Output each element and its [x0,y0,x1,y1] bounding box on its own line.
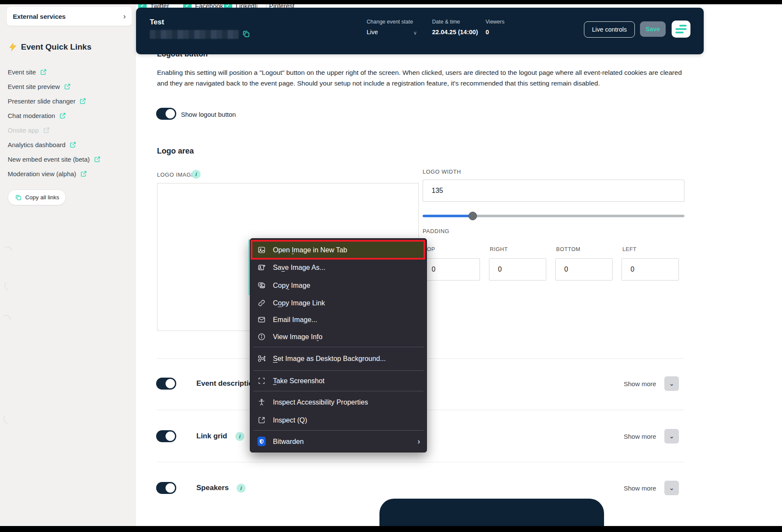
sidebar-item-analytics-dashboard[interactable]: Analytics dashboard [8,140,77,149]
sidebar-item-label: Chat moderation [8,112,55,119]
link-icon [258,299,266,307]
divider [157,462,684,462]
show-more-label: Show more [624,433,656,440]
menu-lines-button[interactable] [672,21,690,38]
app-window: ✓ Twitter ✓ Facebook ✓ LinkedIn Pinteres… [0,0,782,532]
show-more-label: Show more [624,485,656,492]
menu-item-view-image-info[interactable]: View Image Info [250,328,427,345]
link-grid-toggle[interactable] [156,430,176,442]
menu-separator [253,391,424,391]
save-label: Save [646,26,660,33]
show-more-label: Show more [624,380,656,387]
sidebar-item-onsite-app: Onsite app [8,125,50,135]
event-state-value[interactable]: Live [367,29,378,35]
padding-bottom-label: BOTTOM [556,246,581,252]
show-more-button[interactable]: ⌄ [664,481,679,495]
show-more-button[interactable]: ⌄ [664,429,679,443]
logout-section-description: Enabling this setting will position a "L… [157,68,685,89]
menu-item-copy-image[interactable]: Copy Image [250,277,427,294]
menu-separator [253,370,424,371]
quick-links-heading: Event Quick Links [9,42,92,52]
date-time-label: Date & time [432,19,460,25]
external-link-icon [59,112,66,119]
chevron-down-icon[interactable]: ∨ [413,30,417,36]
menu-item-inspect[interactable]: Inspect (Q) [250,411,427,429]
padding-bottom-input[interactable]: 0 [555,258,613,281]
logo-image-label: LOGO IMAGE [157,171,195,178]
live-controls-button[interactable]: Live controls [584,21,635,38]
selection-highlight-line [249,239,250,295]
show-logout-toggle[interactable] [156,108,176,120]
padding-left-input[interactable]: 0 [622,258,679,281]
menu-item-label: Save Image As... [273,263,325,272]
copy-icon[interactable] [242,30,250,38]
menu-item-label: Copy Image Link [273,299,325,307]
padding-left-value: 0 [631,266,634,273]
redacted-event-url [150,30,239,39]
menu-item-label: Bitwarden [273,437,304,446]
chevron-right-icon: › [123,12,126,21]
speakers-toggle[interactable] [156,482,176,494]
logo-width-slider[interactable] [423,215,684,217]
padding-right-value: 0 [498,266,502,273]
event-description-toggle[interactable] [156,378,176,390]
sidebar-item-label: Onsite app [8,127,39,134]
copy-icon [15,194,22,201]
sidebar-item-label: Event site [8,68,36,76]
sidebar-item-label: Event site preview [8,83,60,90]
show-more-button[interactable]: ⌄ [664,376,679,391]
event-header: Test Change event state Live ∨ Date & ti… [136,8,704,54]
accessibility-icon [258,398,266,406]
logo-width-input[interactable]: 135 [423,180,684,202]
info-icon[interactable]: i [235,432,244,441]
chevron-down-icon: ⌄ [669,380,675,387]
sidebar-item-label: Presenter slide changer [8,98,75,105]
sidebar-item-event-site[interactable]: Event site [8,67,47,77]
viewers-value: 0 [486,29,489,35]
menu-separator [253,347,424,347]
padding-top-value: 0 [432,266,435,273]
slider-thumb[interactable] [468,212,477,220]
sidebar-item-presenter-slide-changer[interactable]: Presenter slide changer [8,96,86,106]
menu-item-label: Set Image as Desktop Background... [273,355,386,363]
info-icon[interactable]: i [237,484,246,493]
menu-item-label: Take Screenshot [273,377,325,385]
menu-item-take-screenshot[interactable]: Take Screenshot [250,372,427,389]
save-button[interactable]: Save [640,21,666,37]
menu-item-save-image-as[interactable]: Save Image As... [250,259,427,276]
chevron-down-icon: ⌄ [669,432,675,440]
external-link-icon [80,170,87,177]
bottom-action-banner[interactable] [379,499,604,529]
top-letterbox-bar [0,0,782,4]
copy-all-links-label: Copy all links [25,194,59,201]
menu-item-set-desktop-background[interactable]: Set Image as Desktop Background... [250,350,427,367]
padding-top-input[interactable]: 0 [423,258,480,281]
sidebar-item-label: Moderation view (alpha) [8,170,76,177]
copy-all-links-button[interactable]: Copy all links [8,189,66,205]
bottom-letterbox-bar [0,526,782,532]
padding-right-input[interactable]: 0 [489,258,546,281]
menu-item-copy-image-link[interactable]: Copy Image Link [250,294,427,311]
sidebar-item-external-services[interactable]: External services › [7,7,132,26]
sidebar-item-chat-moderation[interactable]: Chat moderation [8,111,66,120]
link-grid-label: Link grid [196,432,227,440]
sidebar-item-event-site-preview[interactable]: Event site preview [8,82,71,91]
line-icon [675,28,687,30]
sidebar-item-moderation-view[interactable]: Moderation view (alpha) [8,169,87,178]
logo-area-heading: Logo area [157,147,194,156]
desktop-background-icon [258,355,266,363]
padding-left-label: LEFT [622,246,637,252]
menu-item-inspect-accessibility[interactable]: Inspect Accessibility Properties [250,393,427,411]
open-image-icon [258,246,266,254]
info-icon[interactable]: i [192,170,201,179]
padding-label: PADDING [423,228,449,234]
menu-item-email-image[interactable]: Email Image... [250,311,427,328]
sidebar-item-new-embed-event-site[interactable]: New embed event site (beta) [8,154,101,164]
logo-width-value: 135 [432,187,443,195]
menu-item-open-image-new-tab[interactable]: Open Image in New Tab [251,240,425,260]
menu-item-bitwarden[interactable]: Bitwarden › [250,433,427,450]
external-link-icon [64,83,71,90]
external-link-icon [94,156,101,163]
chevron-down-icon: ⌄ [669,484,675,492]
padding-bottom-value: 0 [564,266,568,273]
